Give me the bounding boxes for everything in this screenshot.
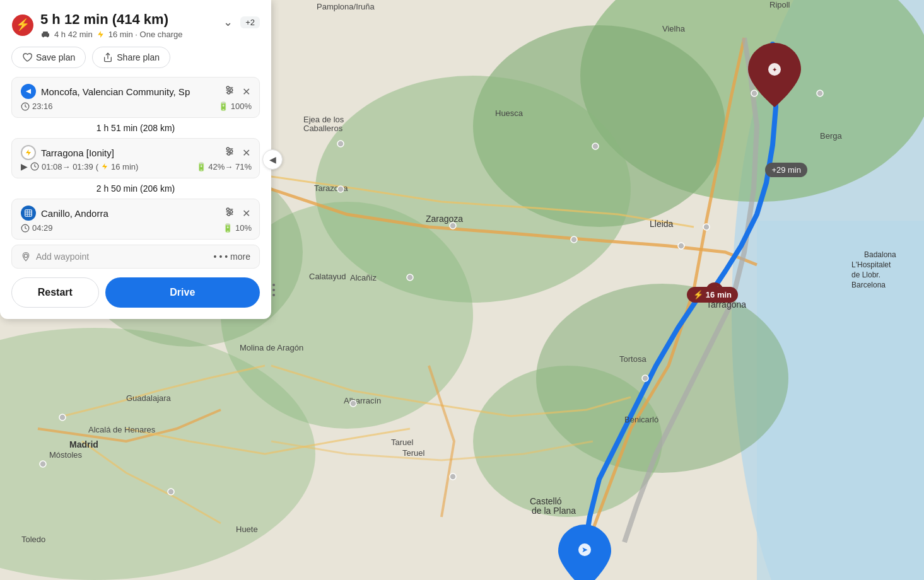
svg-text:Alcalá de Henares: Alcalá de Henares [88,425,156,434]
waypoint-name-1: Moncofa, Valencian Community, Sp [41,86,223,97]
svg-text:Madrid: Madrid [69,439,98,450]
svg-point-101 [24,254,27,257]
svg-text:➤: ➤ [582,545,588,554]
ev-logo-icon: ⚡ [11,14,34,37]
save-plan-button[interactable]: Save plan [11,47,86,68]
svg-point-56 [751,90,757,96]
charging-info-row: ▶ 01:08→ 01:39 ( 16 min) 🔋 42%→ 71% [21,161,252,171]
svg-text:Castelló: Castelló [530,496,562,506]
restart-button[interactable]: Restart [11,277,99,308]
route-subtitle: 4 h 42 min 16 min · One charge [40,29,183,39]
svg-point-84 [226,148,229,150]
share-plan-button[interactable]: Share plan [92,47,170,68]
car-icon [40,29,50,39]
charging-stop-icon [21,145,36,160]
destination-icon [21,206,36,221]
svg-point-53 [40,461,46,467]
svg-rect-89 [25,210,32,217]
svg-marker-71 [98,31,103,38]
add-waypoint-row[interactable]: Add waypoint • • • more [11,245,260,269]
title-block: ⚡ 5 h 12 min (414 km) 4 h 42 min 16 min … [11,11,183,39]
svg-marker-88 [102,163,107,170]
svg-text:Huesca: Huesca [495,108,523,118]
svg-point-10 [473,366,662,517]
svg-text:Tortosa: Tortosa [619,354,646,364]
svg-point-43 [703,224,710,230]
waypoint-header-2: Tarragona [Ionity] ✕ [21,145,252,160]
waypoint-settings-button-1[interactable] [223,84,236,99]
svg-point-57 [817,90,823,96]
waypoint-remove-button-1[interactable]: ✕ [241,84,252,99]
svg-point-47 [407,274,413,281]
expand-charging-button[interactable]: ▶ [21,161,28,171]
lightning-icon-2 [101,163,108,170]
svg-text:Lleida: Lleida [650,219,674,229]
collapse-panel-button[interactable]: ◀ [262,149,283,170]
time-badge-16: ⚡ 16 min [687,287,738,303]
svg-rect-68 [43,32,48,34]
svg-text:Guadalajara: Guadalajara [126,393,172,403]
svg-text:Taruel: Taruel [391,438,414,447]
waypoint-controls-2: ✕ [223,145,252,160]
svg-text:⚡: ⚡ [16,18,30,32]
svg-text:Zaragoza: Zaragoza [426,214,463,224]
svg-point-48 [571,236,577,243]
origin-icon [21,84,36,99]
svg-text:Vielha: Vielha [662,24,686,33]
svg-point-51 [337,141,344,147]
svg-point-69 [42,36,44,38]
waypoint-settings-button-3[interactable] [223,206,236,221]
more-button[interactable]: • • • more [214,252,250,262]
route-panel: ◀ ⚡ 5 h 12 min (414 km) 4 h 42 min 16 mi… [0,0,271,319]
svg-text:Ejea de los: Ejea de los [303,115,344,124]
svg-point-98 [230,211,233,213]
svg-point-46 [450,223,456,229]
svg-text:Pamplona/Iruña: Pamplona/Iruña [317,2,375,11]
waypoint-controls-3: ✕ [223,206,252,221]
svg-point-44 [678,243,684,249]
svg-marker-80 [26,149,31,156]
panel-header: ⚡ 5 h 12 min (414 km) 4 h 42 min 16 min … [11,11,260,39]
waypoint-canillo: Canillo, Andorra ✕ 04:29 🔋 10% [11,199,260,240]
svg-point-76 [226,86,229,89]
waypoint-moncofa: Moncofa, Valencian Community, Sp ✕ 23:16… [11,77,260,118]
svg-point-49 [350,400,356,407]
waypoint-controls-1: ✕ [223,84,252,99]
waypoint-list: Moncofa, Valencian Community, Sp ✕ 23:16… [11,77,260,269]
lightning-icon [96,30,105,38]
battery-icon-1: 🔋 [218,102,228,111]
waypoint-remove-button-3[interactable]: ✕ [241,206,252,221]
waypoint-header-1: Moncofa, Valencian Community, Sp ✕ [21,84,252,99]
svg-point-52 [59,414,66,420]
svg-text:Móstoles: Móstoles [49,450,83,460]
battery-icon-3: 🔋 [223,223,233,233]
waypoint-remove-button-2[interactable]: ✕ [241,146,252,160]
action-buttons-row: Save plan Share plan [11,47,260,68]
svg-text:Albarracín: Albarracín [344,396,381,405]
route-title: 5 h 12 min (414 km) [40,11,183,28]
clock-icon-2 [30,162,39,171]
svg-text:Ripoll: Ripoll [769,0,790,9]
svg-text:Molina de Aragón: Molina de Aragón [240,343,303,352]
svg-marker-72 [26,89,31,94]
waypoint-name-2: Tarragona [Ionity] [41,148,223,158]
segment-label-2: 2 h 50 min (206 km) [11,178,260,199]
drive-button[interactable]: Drive [105,277,260,308]
waypoint-name-3: Canillo, Andorra [41,208,223,219]
svg-text:Badalona: Badalona [864,250,896,259]
svg-text:L'Hospitalet: L'Hospitalet [851,260,891,269]
svg-point-97 [226,208,229,211]
svg-text:Berga: Berga [820,131,842,141]
svg-point-77 [230,89,233,91]
waypoint-settings-button-2[interactable] [223,145,236,160]
svg-point-70 [47,36,49,38]
drag-handle[interactable] [272,284,275,296]
plus2-button[interactable]: +2 [240,16,260,28]
expand-collapse-button[interactable]: ⌄ [221,14,235,30]
svg-text:de Llobr.: de Llobr. [851,270,880,279]
svg-point-86 [228,153,230,155]
svg-text:Teruel: Teruel [402,448,425,458]
waypoint-meta-3: 04:29 🔋 10% [21,223,252,233]
clock-icon-3 [21,224,30,233]
svg-text:Caballeros: Caballeros [303,124,343,133]
